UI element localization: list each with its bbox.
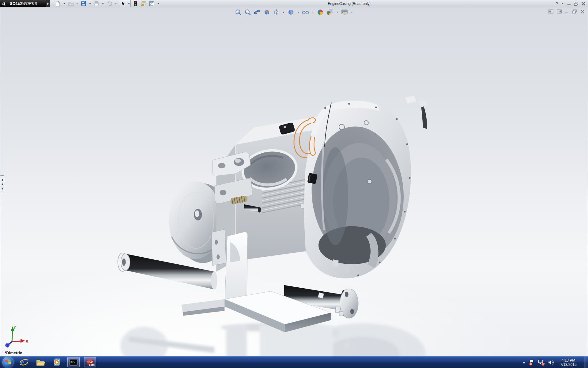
new-document-button[interactable] [54,0,62,7]
options-dropdown[interactable] [157,3,159,4]
undo-icon [107,1,112,6]
options-button[interactable] [148,0,156,7]
rebuild-traffic-light-icon [134,1,137,6]
triad-y-label: Y [13,325,16,330]
new-document-icon [55,1,60,6]
open-dropdown[interactable] [76,3,78,4]
undo-dropdown[interactable] [115,3,117,4]
solidworks-logo[interactable]: SOLIDWORKS [0,0,46,7]
open-button[interactable] [67,0,74,7]
minimize-button[interactable] [567,2,571,6]
internet-explorer-button[interactable]: e [18,357,30,367]
save-floppy-icon [81,1,86,6]
clock-time: 4:13 PM [557,358,579,362]
brand-text: SOLIDWORKS [10,2,37,6]
print-dropdown[interactable] [102,3,104,4]
file-properties-icon [141,1,146,6]
title-bar: SOLIDWORKS [0,0,588,7]
print-icon [94,1,99,6]
system-tray: 4:13 PM 7/13/2015 [522,356,588,368]
print-button[interactable] [93,0,100,7]
menu-expand-button[interactable] [46,0,50,7]
close-button[interactable] [581,2,586,6]
new-dropdown[interactable] [63,3,65,4]
solidworks-2015-button[interactable]: SW 2015 [84,357,96,367]
internet-explorer-icon: e [19,358,28,366]
options-icon [149,1,154,6]
media-player-icon [53,358,61,366]
dropdown-caret-icon [128,3,130,4]
undo-button[interactable] [106,0,113,7]
volume-icon[interactable] [548,359,555,366]
rebuild-button[interactable] [132,0,139,7]
select-button[interactable] [120,0,127,7]
command-prompt-button[interactable]: C:\_ [67,357,80,367]
action-center-icon[interactable] [528,359,535,366]
file-properties-button[interactable] [140,0,147,7]
view-orientation-label: *Dimetric [5,351,22,355]
start-button[interactable] [2,357,13,368]
cursor-icon [122,1,126,6]
engine-housing[interactable] [304,96,428,278]
taskbar-apps: e C:\_ [18,357,96,367]
engine-casing-model[interactable] [0,7,588,356]
save-dropdown[interactable] [89,3,91,4]
sw-icon-year: 2015 [89,364,95,366]
open-folder-icon [68,1,74,6]
select-dropdown[interactable] [127,1,130,7]
solidworks-2015-icon: SW 2015 [85,358,95,367]
clock-date: 7/13/2015 [557,362,579,367]
select-tool-group [120,0,131,7]
arrow-right-icon [47,2,49,5]
window-title: EngineCasing [Read-only] [110,0,588,7]
cmd-icon-text: C:\_ [70,361,76,363]
restore-button[interactable] [574,2,579,6]
triad-x-label: X [26,339,28,343]
windows-explorer-button[interactable] [34,357,47,367]
windows-flag-icon [5,359,11,365]
main-toolbar [50,0,160,7]
help-dropdown[interactable] [562,3,564,4]
help-button[interactable]: ? [555,1,558,6]
windows-taskbar: e C:\_ [0,356,588,368]
taskbar-clock[interactable]: 4:13 PM 7/13/2015 [557,358,579,367]
show-hidden-icons-button[interactable] [522,362,526,363]
window-controls: ? [555,0,586,7]
save-button[interactable] [80,0,87,7]
network-status-icon[interactable] [538,359,545,366]
command-prompt-icon: C:\_ [69,358,78,366]
show-desktop-button[interactable] [584,356,588,368]
folder-icon [36,358,45,366]
orientation-triad: Y X [3,325,31,351]
media-player-button[interactable] [51,357,63,367]
graphics-viewport[interactable]: Y X *Dimetric [0,7,588,356]
solidworks-logo-icon [2,1,9,6]
